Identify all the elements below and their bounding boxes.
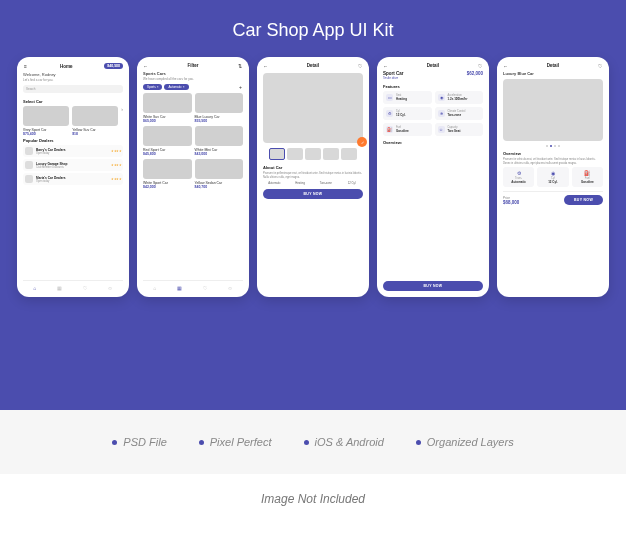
- screen-title: Detail: [307, 63, 319, 68]
- feat-value: Automatic: [505, 180, 532, 184]
- buy-now-button[interactable]: BUY NOW: [383, 281, 483, 291]
- spec: Heating: [289, 181, 312, 185]
- car-price: $18: [72, 132, 118, 136]
- car-image-placeholder: [195, 126, 244, 146]
- dealer-row[interactable]: Barry's Car DealersOpen today★★★★: [23, 145, 123, 157]
- feat-value: 12 Cyl.: [539, 180, 566, 184]
- filter-chips: Sports× Automatic× +: [143, 84, 243, 90]
- buy-now-button[interactable]: BUY NOW: [263, 189, 363, 199]
- dot[interactable]: [550, 145, 552, 147]
- feature-card: ☺CapacityTwo Seat: [435, 123, 484, 136]
- tab-home-icon[interactable]: ⌂: [33, 285, 36, 291]
- thumbnail[interactable]: [323, 148, 339, 160]
- back-icon[interactable]: ←: [143, 63, 148, 68]
- car-image-placeholder: [23, 106, 69, 126]
- feature-card: ❄Climate ControlTwo-zone: [435, 107, 484, 120]
- car-price: $40,700: [195, 185, 244, 189]
- welcome-text: Welcome, Rodney: [23, 72, 123, 77]
- seat-icon: ▭: [386, 94, 393, 101]
- dot[interactable]: [554, 145, 556, 147]
- bullet-dot-icon: [304, 440, 309, 445]
- overview-desc: Praesent in vehicula erat, vel tincidunt…: [503, 158, 603, 165]
- tab-grid-icon[interactable]: ▦: [177, 285, 182, 291]
- dealer-hint: Club Member Discounts: [36, 166, 67, 169]
- tab-user-icon[interactable]: ☺: [227, 285, 232, 291]
- thumbnail[interactable]: [287, 148, 303, 160]
- car-hero-image: ⤢: [263, 73, 363, 143]
- feat-value: Two-zone: [448, 113, 466, 117]
- back-icon[interactable]: ←: [263, 63, 268, 68]
- car-card[interactable]: Grey Sport Car $75,400: [23, 106, 69, 136]
- tab-heart-icon[interactable]: ♡: [203, 285, 207, 291]
- car-price: $62,000: [467, 71, 483, 76]
- thumbnail[interactable]: [341, 148, 357, 160]
- dot[interactable]: [558, 145, 560, 147]
- dealer-row[interactable]: Luxury Garage ShopClub Member Discounts★…: [23, 159, 123, 171]
- tagline: Let's find a car for you.: [23, 78, 123, 82]
- filter-chip[interactable]: Automatic×: [164, 84, 188, 90]
- thumbnail[interactable]: [269, 148, 285, 160]
- back-icon[interactable]: ←: [383, 63, 388, 68]
- dealer-name: Barry's Car Dealers: [36, 148, 65, 152]
- feature-card: ⚙Cyl12 Cyl.: [383, 107, 432, 120]
- overview-heading: Overview: [503, 151, 603, 156]
- car-card[interactable]: Yellow Suv Car $18: [72, 106, 118, 136]
- star-rating: ★★★★: [111, 177, 121, 181]
- fuel-icon: ⛽: [386, 126, 393, 133]
- menu-icon[interactable]: ≡: [23, 64, 28, 69]
- heart-icon[interactable]: ♡: [598, 63, 603, 68]
- car-card[interactable]: Red Sport Car$45,800: [143, 126, 192, 156]
- select-car-heading: Select Car: [23, 99, 123, 104]
- tab-home-icon[interactable]: ⌂: [153, 285, 156, 291]
- bullet: iOS & Android: [304, 436, 384, 448]
- buy-now-button[interactable]: BUY NOW: [564, 195, 603, 205]
- car-card[interactable]: Blue Luxury Car$55,500: [195, 93, 244, 123]
- feat-value: 1.2s 100km/hr: [448, 97, 468, 101]
- balance-badge[interactable]: $40,500: [104, 63, 123, 69]
- dealer-avatar: [25, 175, 33, 183]
- screen-detail-features: ← Detail ♡ Sport Car Testle drive $62,00…: [377, 57, 489, 297]
- dot[interactable]: [546, 145, 548, 147]
- add-filter-icon[interactable]: +: [238, 84, 243, 89]
- star-rating: ★★★★: [111, 163, 121, 167]
- car-card[interactable]: Yellow Sedan Car$40,700: [195, 159, 244, 189]
- trans-icon: ⚙: [505, 170, 532, 176]
- hero-title: Car Shop App UI Kit: [16, 20, 610, 41]
- thumbnail[interactable]: [305, 148, 321, 160]
- tab-bar: ⌂ ▦ ♡ ☺: [143, 280, 243, 291]
- tab-heart-icon[interactable]: ♡: [83, 285, 87, 291]
- back-icon[interactable]: ←: [503, 63, 508, 68]
- dealer-name: Luxury Garage Shop: [36, 162, 67, 166]
- tab-grid-icon[interactable]: ▦: [57, 285, 62, 291]
- features-heading: Features: [383, 84, 483, 89]
- feature-card: ⚙Trans.Automatic: [503, 167, 534, 187]
- zoom-icon[interactable]: ⤢: [357, 137, 367, 147]
- car-price: $75,400: [23, 132, 69, 136]
- engine-icon: ◉: [539, 170, 566, 176]
- heart-icon[interactable]: ♡: [478, 63, 483, 68]
- car-card[interactable]: White Mini Car$43,000: [195, 126, 244, 156]
- dealer-row[interactable]: Maria's Car DealersOpen today★★★★: [23, 173, 123, 185]
- car-image-placeholder: [195, 159, 244, 179]
- screen-title: Filter: [187, 63, 198, 68]
- filter-sub: We have compiled all the cars for you.: [143, 77, 243, 81]
- filter-chip[interactable]: Sports×: [143, 84, 162, 90]
- tab-user-icon[interactable]: ☺: [107, 285, 112, 291]
- overview-heading: Overview:: [383, 140, 483, 145]
- feature-card: ◉Cyl12 Cyl.: [537, 167, 568, 187]
- more-icon[interactable]: ›: [121, 106, 123, 136]
- search-input[interactable]: Search: [23, 85, 123, 93]
- car-price: $45,800: [143, 152, 192, 156]
- bullet-dot-icon: [112, 440, 117, 445]
- car-card[interactable]: White Suv Car$65,000: [143, 93, 192, 123]
- test-drive-link[interactable]: Testle drive: [383, 76, 404, 80]
- spec: 12 Cyl: [340, 181, 363, 185]
- sort-icon[interactable]: ⇅: [238, 63, 243, 68]
- heart-icon[interactable]: ♡: [358, 63, 363, 68]
- chip-remove-icon[interactable]: ×: [157, 85, 159, 89]
- chip-remove-icon[interactable]: ×: [183, 85, 185, 89]
- bullet: Pixel Perfect: [199, 436, 272, 448]
- feature-grid: ▭SeatHeating ◉Acceleration1.2s 100km/hr …: [383, 91, 483, 136]
- car-card[interactable]: White Sport Car$42,000: [143, 159, 192, 189]
- marketing-bullets: PSD File Pixel Perfect iOS & Android Org…: [0, 410, 626, 474]
